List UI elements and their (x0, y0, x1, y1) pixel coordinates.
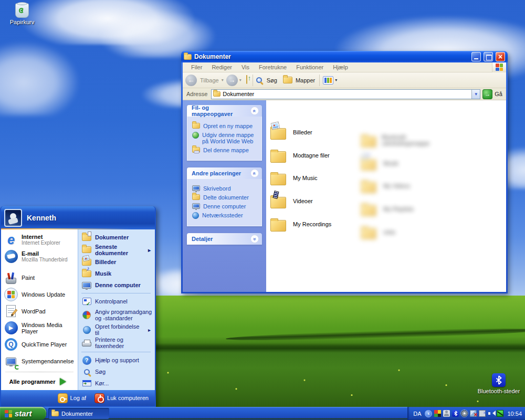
share-folder-link[interactable]: Del denne mappe (192, 147, 259, 153)
help-support-item[interactable]: ? Hjælp og support (80, 354, 154, 366)
address-dropdown-button[interactable]: ▼ (471, 90, 480, 99)
quicktime-item[interactable]: Q QuickTime Player (2, 336, 77, 353)
email-item[interactable]: E-mailMozilla Thunderbird (2, 248, 77, 265)
my-computer-link[interactable]: Denne computer (192, 203, 259, 209)
up-button[interactable]: ↑ (246, 77, 247, 83)
file-label: My Recordings (293, 221, 331, 227)
menu-favorites[interactable]: Foretrukne (254, 64, 291, 70)
user-status-tray-icon[interactable] (443, 410, 450, 417)
chevron-up-icon[interactable] (250, 107, 259, 115)
control-panel-icon (81, 297, 92, 306)
network-places-link[interactable]: Netværkssteder (192, 212, 259, 219)
separator (5, 267, 74, 268)
desktop-link[interactable]: Skrivebord (192, 185, 259, 192)
control-panel-item[interactable]: Kontrolpanel (80, 296, 154, 307)
security-gear-tray-icon[interactable] (461, 410, 468, 417)
paint-item[interactable]: Paint (2, 269, 77, 286)
menu-tools[interactable]: Funktioner (291, 64, 328, 70)
documents-folder-icon (81, 233, 92, 242)
title-bar[interactable]: Dokumenter (181, 51, 508, 62)
start-button[interactable]: start (0, 407, 46, 420)
tray-collapse-chevron-icon[interactable]: ‹ (425, 410, 432, 417)
address-value[interactable]: Dokumenter (223, 91, 469, 97)
wireless-monitor-tray-icon[interactable] (479, 410, 486, 417)
windows-update-item[interactable]: Windows Update (2, 286, 77, 303)
music-item[interactable]: ♪ Musik (80, 268, 154, 279)
wordpad-item[interactable]: WordPad (2, 303, 77, 320)
window-body: Filer Rediger Vis Foretrukne Funktioner … (183, 62, 506, 292)
menu-help[interactable]: Hjælp (328, 64, 353, 70)
folders-icon[interactable] (283, 77, 292, 83)
details-header[interactable]: Detaljer (187, 233, 262, 245)
system-restore-item[interactable]: Systemgendannelse (2, 353, 77, 370)
internet-item[interactable]: e InternetInternet Explorer (2, 232, 77, 248)
toolbar: ← Tilbage ▾ → ▾ ↑ Søg Mapper ▾ (183, 72, 506, 88)
bluetooth-places-desktop-icon[interactable]: Bluetooth-steder (477, 373, 521, 394)
search-label[interactable]: Søg (267, 77, 277, 83)
network-disconnected-tray-icon[interactable] (470, 410, 477, 417)
views-dropdown-icon[interactable]: ▾ (335, 78, 337, 82)
back-label: Tilbage (200, 77, 219, 83)
start-menu-body: e InternetInternet Explorer E-mailMozill… (1, 229, 155, 390)
menu-edit[interactable]: Rediger (207, 64, 237, 70)
publish-folder-link[interactable]: Udgiv denne mappe på World Wide Web (192, 132, 259, 144)
item-label: Internet (22, 234, 60, 240)
program-access-item[interactable]: Angiv programadgang og -standarder (80, 307, 154, 323)
file-tasks-box: Fil- og mappeopgaver Opret en ny mappe U… (187, 105, 262, 161)
minimize-button[interactable] (471, 52, 481, 61)
windows-media-player-item[interactable]: ▶ Windows Media Player (2, 320, 77, 337)
menu-file[interactable]: Filer (186, 64, 207, 70)
address-input[interactable]: Dokumenter ▼ (211, 89, 480, 99)
documents-item[interactable]: Dokumenter (80, 232, 154, 243)
chevron-up-icon[interactable] (250, 169, 259, 177)
pictures-item[interactable]: Billeder (80, 256, 154, 268)
file-tasks-header[interactable]: Fil- og mappeopgaver (187, 105, 262, 117)
recycle-bin-desktop-icon[interactable]: Papirkurv (0, 3, 44, 25)
graphics-utility-tray-icon[interactable] (497, 410, 503, 417)
forward-dropdown-icon[interactable]: ▾ (239, 78, 242, 82)
run-item[interactable]: Kør... (80, 377, 154, 389)
other-places-header[interactable]: Andre placeringer (187, 167, 262, 179)
item-label: QuickTime Player (22, 341, 67, 348)
close-button[interactable] (496, 52, 505, 61)
go-button[interactable]: → (482, 89, 492, 99)
bluetooth-tray-icon[interactable] (452, 410, 459, 417)
forward-button[interactable]: → (226, 75, 238, 86)
windows-update-icon (4, 287, 18, 302)
all-programs-button[interactable]: Alle programmer (2, 374, 77, 389)
maximize-button[interactable] (484, 52, 493, 61)
start-menu-header: Kenneth (1, 206, 155, 229)
color-app-tray-icon[interactable] (434, 410, 441, 417)
volume-tray-icon[interactable] (488, 410, 495, 417)
new-folder-link[interactable]: Opret en ny mappe (192, 123, 259, 129)
taskbar-window-button[interactable]: Dokumenter (48, 408, 109, 419)
item-label: Billeder (95, 259, 153, 265)
search-icon[interactable] (256, 77, 262, 83)
file-item[interactable]: vista (361, 195, 450, 269)
recent-documents-item[interactable]: Seneste dokumenter (80, 243, 154, 256)
folders-label[interactable]: Mapper (296, 77, 315, 83)
back-button[interactable]: ← (185, 75, 197, 86)
other-places-body: Skrivebord Delte dokumenter Denne comput… (187, 179, 262, 226)
shared-documents-link[interactable]: Delte dokumenter (192, 194, 259, 201)
quicktime-icon: Q (4, 337, 18, 352)
menu-view[interactable]: Vis (237, 64, 254, 70)
log-off-button[interactable]: Log af (58, 393, 87, 403)
desktop-icon (192, 185, 200, 191)
windows-logo-icon (492, 62, 506, 72)
details-title: Detaljer (192, 236, 213, 242)
all-programs-label: Alle programmer (9, 379, 55, 385)
item-label: Denne computer (95, 282, 153, 288)
chevron-down-icon[interactable] (250, 235, 259, 243)
printers-item[interactable]: Printere og faxenheder (80, 337, 154, 350)
connect-to-item[interactable]: Opret forbindelse til (80, 323, 154, 336)
shut-down-button[interactable]: Luk computeren (94, 393, 149, 403)
language-indicator[interactable]: DA (412, 410, 423, 417)
window-content: Fil- og mappeopgaver Opret en ny mappe U… (183, 100, 506, 292)
clock[interactable]: 10:54 (506, 411, 522, 417)
search-item[interactable]: Søg (80, 366, 154, 377)
views-button[interactable] (323, 76, 333, 85)
file-item[interactable]: My Recordings (270, 195, 360, 253)
back-dropdown-icon[interactable]: ▾ (222, 78, 224, 82)
my-computer-item[interactable]: Denne computer (80, 279, 154, 291)
